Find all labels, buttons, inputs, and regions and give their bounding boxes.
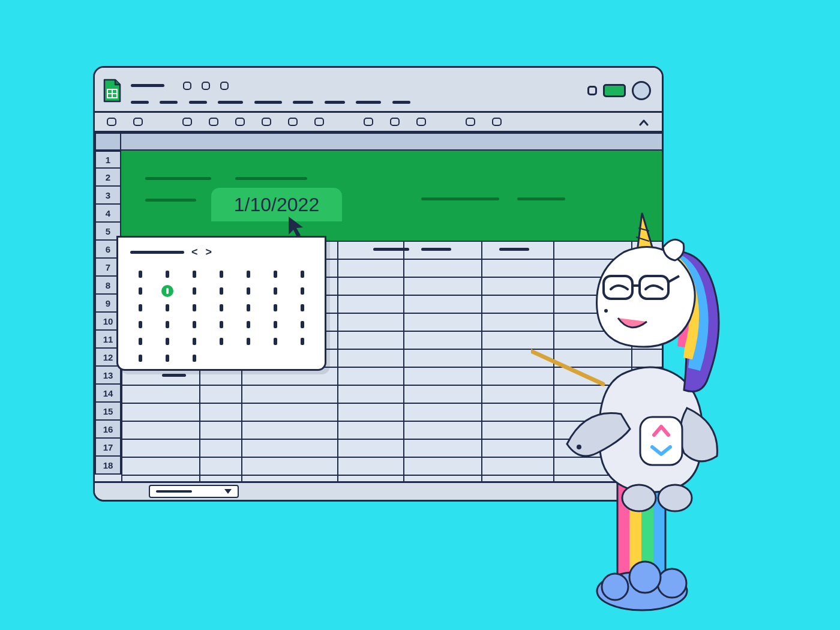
toolbar-button[interactable] (133, 118, 143, 126)
calendar-day[interactable] (193, 304, 196, 311)
toolbar-button[interactable] (235, 118, 245, 126)
toolbar-button[interactable] (107, 118, 116, 126)
toolbar-button[interactable] (209, 118, 218, 126)
calendar-day[interactable] (247, 321, 250, 328)
svg-line-23 (668, 276, 679, 282)
row-header[interactable]: 1 (95, 151, 121, 169)
calendar-day[interactable] (193, 355, 196, 362)
calendar-day[interactable] (301, 338, 304, 345)
header-band: 1/10/2022 (121, 151, 662, 242)
row-header[interactable]: 14 (95, 385, 121, 403)
calendar-day[interactable] (247, 304, 250, 311)
row-header[interactable]: 4 (95, 205, 121, 223)
calendar-day[interactable] (139, 287, 142, 295)
sheet-tab-menu-icon[interactable] (224, 489, 232, 494)
row-header[interactable]: 3 (95, 187, 121, 205)
select-all-corner[interactable] (95, 133, 121, 151)
window-controls (587, 81, 651, 100)
sheets-app-icon (103, 79, 121, 103)
svg-point-10 (597, 572, 687, 610)
calendar-day[interactable] (274, 271, 277, 278)
calendar-day[interactable] (220, 287, 223, 295)
calendar-day[interactable] (166, 321, 169, 328)
calendar-day-selected[interactable] (161, 285, 173, 297)
calendar-day[interactable] (139, 271, 142, 278)
calendar-day[interactable] (139, 355, 142, 362)
calendar-day[interactable] (274, 321, 277, 328)
month-label-placeholder (130, 251, 184, 254)
toolbar-button[interactable] (262, 118, 271, 126)
calendar-day[interactable] (193, 338, 196, 345)
calendar-day[interactable] (247, 287, 250, 295)
calendar-day[interactable] (166, 271, 169, 278)
calendar-day[interactable] (274, 287, 277, 295)
toolbar-button[interactable] (492, 118, 502, 126)
toolbar-collapse-icon[interactable] (639, 118, 649, 128)
account-avatar[interactable] (632, 81, 651, 100)
toolbar (95, 113, 662, 133)
row-header[interactable]: 18 (95, 457, 121, 475)
toolbar-button[interactable] (182, 118, 192, 126)
title-bar (95, 68, 662, 113)
toolbar-button[interactable] (364, 118, 373, 126)
month-nav-arrows[interactable]: < > (191, 246, 214, 259)
row-header[interactable]: 15 (95, 403, 121, 421)
calendar-day[interactable] (193, 271, 196, 278)
sheet-tabs-bar (95, 481, 662, 500)
date-picker-popover[interactable]: < > (116, 236, 326, 371)
column-headers[interactable] (121, 133, 662, 151)
toolbar-button[interactable] (466, 118, 475, 126)
date-picker-header: < > (130, 246, 313, 259)
calendar-day[interactable] (139, 338, 142, 345)
toolbar-button[interactable] (314, 118, 324, 126)
calendar-day[interactable] (166, 304, 169, 311)
document-title-placeholder (131, 80, 410, 107)
row-header[interactable]: 16 (95, 421, 121, 439)
calendar-day[interactable] (274, 304, 277, 311)
calendar-day[interactable] (274, 338, 277, 345)
calendar-day[interactable] (166, 355, 169, 362)
calendar-day[interactable] (193, 321, 196, 328)
svg-point-11 (602, 574, 628, 600)
toolbar-button[interactable] (390, 118, 400, 126)
share-button[interactable] (603, 84, 626, 97)
row-header[interactable]: 13 (95, 367, 121, 385)
date-cell[interactable]: 1/10/2022 (211, 188, 342, 221)
calendar-day[interactable] (220, 304, 223, 311)
calendar-day[interactable] (193, 287, 196, 295)
calendar-day[interactable] (166, 338, 169, 345)
calendar-day[interactable] (247, 338, 250, 345)
calendar-day[interactable] (139, 304, 142, 311)
calendar-day[interactable] (247, 271, 250, 278)
toolbar-button[interactable] (416, 118, 426, 126)
toolbar-button[interactable] (288, 118, 298, 126)
calendar-day[interactable] (139, 321, 142, 328)
calendar-grid[interactable] (130, 267, 313, 365)
calendar-day[interactable] (301, 287, 304, 295)
sheet-tab[interactable] (149, 485, 239, 498)
calendar-day[interactable] (301, 304, 304, 311)
calendar-day[interactable] (220, 321, 223, 328)
svg-point-12 (658, 569, 686, 598)
calendar-day[interactable] (301, 321, 304, 328)
window-control-pill[interactable] (587, 86, 597, 95)
calendar-day[interactable] (220, 338, 223, 345)
calendar-day[interactable] (220, 271, 223, 278)
calendar-day[interactable] (301, 271, 304, 278)
sheet-tab-label (156, 490, 192, 493)
row-header[interactable]: 2 (95, 169, 121, 187)
svg-point-13 (629, 562, 661, 593)
row-header[interactable]: 17 (95, 439, 121, 457)
